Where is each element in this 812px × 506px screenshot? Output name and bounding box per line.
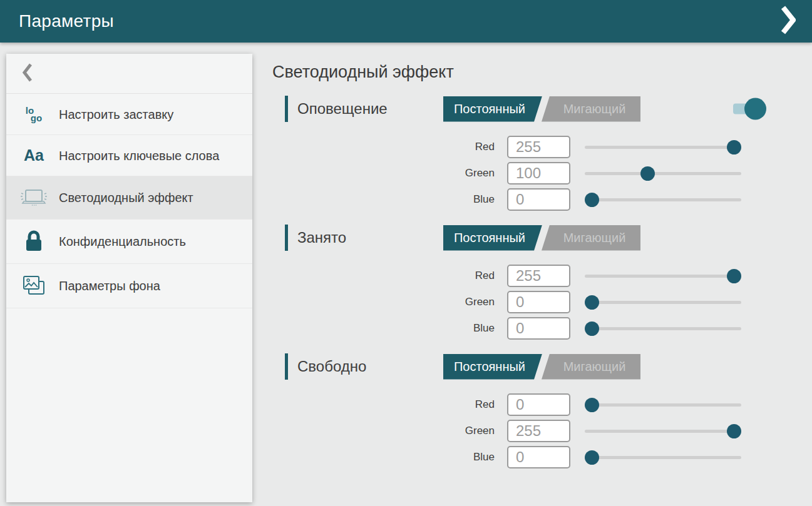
section-accent-bar (285, 225, 288, 251)
keywords-aa-icon: Aa (19, 146, 49, 164)
blue-value-input[interactable] (507, 446, 570, 468)
red-slider[interactable] (585, 397, 741, 412)
green-value-input[interactable] (507, 291, 570, 313)
led-screen-icon (19, 186, 49, 209)
led-effect-panel: Светодиодный эффект Оповещение Мигающий … (272, 43, 812, 482)
slider-track[interactable] (585, 327, 741, 330)
blue-label: Blue (272, 193, 495, 206)
red-slider[interactable] (585, 268, 741, 283)
slider-thumb[interactable] (640, 166, 655, 181)
red-value-input[interactable] (507, 393, 570, 416)
sidebar-collapse-button[interactable] (6, 54, 252, 94)
mode-option-constant[interactable]: Постоянный (443, 354, 542, 380)
notification-led-toggle[interactable] (733, 98, 766, 120)
sidebar-item-label: Светодиодный эффект (59, 190, 193, 206)
lock-icon (19, 230, 49, 253)
toggle-knob (744, 98, 766, 120)
slider-thumb[interactable] (585, 450, 599, 465)
section-title: Свободно (297, 358, 443, 375)
slider-track[interactable] (585, 430, 741, 433)
green-label: Green (272, 425, 495, 437)
background-images-icon (19, 274, 49, 298)
expand-panel-button[interactable] (781, 6, 796, 37)
slider-track[interactable] (585, 456, 741, 459)
section-busy: Занято Мигающий Постоянный Red Green Blu… (272, 225, 812, 340)
section-title: Оповещение (297, 100, 443, 118)
slider-track[interactable] (585, 172, 741, 175)
green-slider[interactable] (585, 295, 741, 310)
green-slider[interactable] (585, 423, 741, 438)
slider-track[interactable] (585, 403, 741, 407)
mode-segmented-control: Мигающий Постоянный (443, 96, 640, 122)
sidebar-item-privacy[interactable]: Конфиденциальность (6, 220, 252, 264)
sidebar-item-label: Настроить заставку (59, 106, 173, 123)
settings-sidebar: logo Настроить заставку Aa Настроить клю… (6, 54, 252, 502)
slider-thumb[interactable] (727, 269, 741, 283)
slider-track[interactable] (585, 146, 741, 149)
slider-thumb[interactable] (727, 140, 741, 154)
sidebar-item-keywords[interactable]: Aa Настроить ключевые слова (6, 135, 252, 176)
green-label: Green (272, 167, 495, 180)
green-slider[interactable] (585, 166, 741, 181)
slider-track[interactable] (585, 198, 741, 201)
green-label: Green (272, 296, 495, 308)
slider-track[interactable] (585, 275, 741, 278)
slider-thumb[interactable] (585, 193, 599, 207)
mode-option-constant[interactable]: Постоянный (443, 96, 542, 122)
mode-segmented-control: Мигающий Постоянный (443, 225, 640, 251)
red-label: Red (272, 141, 495, 153)
red-value-input[interactable] (507, 265, 570, 287)
mode-segmented-control: Мигающий Постоянный (443, 354, 640, 380)
mode-option-constant[interactable]: Постоянный (443, 225, 542, 251)
blue-slider[interactable] (585, 321, 741, 336)
sidebar-item-label: Параметры фона (59, 278, 160, 294)
section-accent-bar (285, 96, 288, 122)
section-notification: Оповещение Мигающий Постоянный Red Green (272, 96, 812, 211)
slider-thumb[interactable] (727, 424, 741, 438)
sidebar-item-label: Настроить ключевые слова (59, 148, 219, 164)
blue-slider[interactable] (585, 192, 741, 207)
slider-track[interactable] (585, 301, 741, 304)
red-slider[interactable] (585, 139, 741, 154)
blue-label: Blue (272, 322, 495, 335)
blue-label: Blue (272, 451, 495, 463)
slider-thumb[interactable] (585, 321, 599, 336)
chevron-left-icon (23, 63, 33, 85)
slider-thumb[interactable] (585, 295, 599, 310)
section-title: Занято (297, 229, 443, 246)
chevron-right-icon (781, 6, 796, 37)
slider-thumb[interactable] (585, 398, 599, 412)
app-title: Параметры (19, 11, 114, 31)
red-label: Red (272, 398, 495, 411)
app-bar: Параметры (0, 0, 812, 43)
section-accent-bar (285, 353, 288, 380)
green-value-input[interactable] (507, 162, 570, 185)
green-value-input[interactable] (507, 420, 570, 442)
sidebar-item-screensaver[interactable]: logo Настроить заставку (6, 94, 252, 135)
red-value-input[interactable] (507, 136, 570, 158)
logo-icon: logo (19, 107, 49, 122)
blue-value-input[interactable] (507, 317, 570, 340)
red-label: Red (272, 270, 495, 282)
blue-slider[interactable] (585, 450, 741, 465)
sidebar-item-label: Конфиденциальность (59, 233, 186, 250)
sidebar-item-led-effect[interactable]: Светодиодный эффект (6, 176, 252, 220)
sidebar-item-background[interactable]: Параметры фона (6, 264, 252, 308)
page-title: Светодиодный эффект (272, 63, 812, 82)
blue-value-input[interactable] (507, 188, 570, 211)
section-free: Свободно Мигающий Постоянный Red Green B… (272, 353, 812, 468)
